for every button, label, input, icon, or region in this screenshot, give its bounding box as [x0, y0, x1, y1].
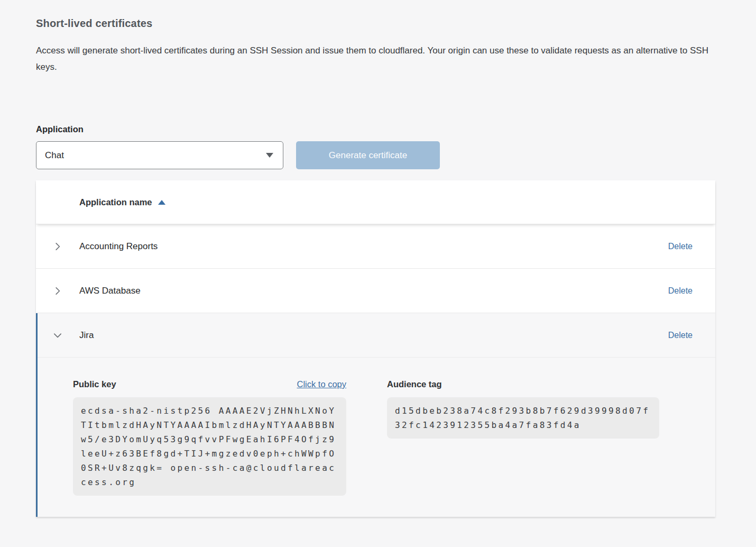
application-name: Jira: [79, 330, 94, 341]
certificate-detail-panel: Public key Click to copy ecdsa-sha2-nist…: [38, 358, 715, 517]
table-header-row: Application name: [36, 180, 715, 224]
delete-link[interactable]: Delete: [668, 331, 693, 340]
table-row-accounting-reports[interactable]: Accounting Reports Delete: [36, 224, 715, 269]
audience-tag-column: Audience tag d15dbeb238a74c8f293b8b7f629…: [387, 379, 659, 496]
click-to-copy-link[interactable]: Click to copy: [297, 379, 346, 389]
chevron-right-icon[interactable]: [53, 286, 62, 296]
audience-tag-value[interactable]: d15dbeb238a74c8f293b8b7f629d39998d07f32f…: [387, 397, 659, 439]
sort-ascending-icon: [158, 200, 165, 205]
application-select-value: Chat: [45, 150, 64, 161]
chevron-down-icon[interactable]: [53, 331, 62, 340]
table-row-aws-database[interactable]: AWS Database Delete: [36, 269, 715, 313]
dropdown-arrow-icon: [266, 153, 273, 158]
application-label: Application: [36, 124, 715, 134]
audience-tag-label: Audience tag: [387, 379, 442, 389]
expanded-row-group-jira: Jira Delete Public key Click to copy ecd…: [36, 313, 715, 517]
short-lived-certificates-section: Short-lived certificates Access will gen…: [0, 0, 756, 517]
generate-certificate-button[interactable]: Generate certificate: [296, 141, 440, 169]
delete-link[interactable]: Delete: [668, 242, 693, 251]
delete-link[interactable]: Delete: [668, 286, 693, 296]
public-key-label: Public key: [73, 379, 116, 389]
column-header-label: Application name: [79, 197, 152, 207]
application-select[interactable]: Chat: [36, 141, 283, 169]
certificate-form-row: Chat Generate certificate: [36, 141, 715, 169]
table-row-jira[interactable]: Jira Delete: [38, 313, 715, 358]
certificates-table: Application name Accounting Reports Dele…: [36, 180, 715, 517]
application-name: AWS Database: [79, 286, 141, 296]
public-key-column: Public key Click to copy ecdsa-sha2-nist…: [73, 379, 346, 496]
chevron-right-icon[interactable]: [53, 242, 62, 251]
page-title: Short-lived certificates: [36, 0, 715, 30]
application-name: Accounting Reports: [79, 241, 158, 252]
public-key-value[interactable]: ecdsa-sha2-nistp256 AAAAE2VjZHNhLXNoYTIt…: [73, 397, 346, 496]
page-description: Access will generate short-lived certifi…: [36, 42, 715, 75]
column-header-application-name[interactable]: Application name: [79, 197, 165, 207]
